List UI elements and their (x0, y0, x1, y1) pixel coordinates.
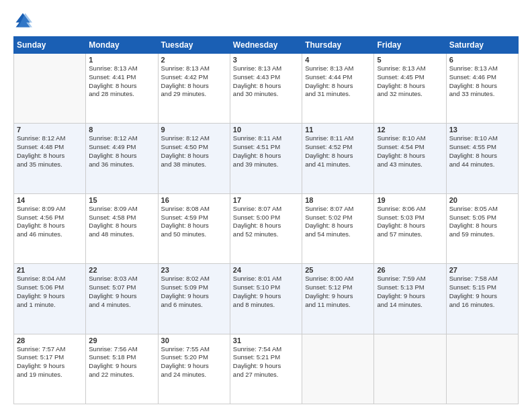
daylight-label: Daylight: 9 hours (161, 362, 227, 371)
sunset-line: Sunset: 4:48 PM (17, 143, 83, 152)
calendar-cell: 16Sunrise: 8:08 AMSunset: 4:59 PMDayligh… (158, 193, 230, 263)
sunset-line: Sunset: 5:06 PM (17, 283, 83, 292)
calendar-cell: 13Sunrise: 8:10 AMSunset: 4:55 PMDayligh… (446, 124, 518, 193)
daylight-line2: and 39 minutes. (233, 161, 299, 169)
calendar-cell: 18Sunrise: 8:07 AMSunset: 5:02 PMDayligh… (302, 193, 374, 263)
daylight-label: Daylight: 9 hours (17, 362, 83, 371)
daylight-label: Daylight: 8 hours (233, 82, 299, 91)
daylight-label: Daylight: 9 hours (377, 292, 443, 301)
sunset-line: Sunset: 5:00 PM (233, 214, 299, 222)
day-number: 3 (233, 56, 299, 64)
daylight-label: Daylight: 8 hours (89, 222, 154, 230)
daylight-line2: and 46 minutes. (17, 230, 83, 239)
day-number: 30 (161, 336, 227, 345)
daylight-label: Daylight: 8 hours (161, 222, 227, 230)
calendar-cell: 19Sunrise: 8:06 AMSunset: 5:03 PMDayligh… (374, 193, 446, 263)
daylight-label: Daylight: 8 hours (89, 152, 154, 161)
daylight-label: Daylight: 8 hours (449, 152, 515, 161)
calendar-cell: 14Sunrise: 8:09 AMSunset: 4:56 PMDayligh… (14, 193, 86, 263)
daylight-label: Daylight: 8 hours (17, 152, 83, 161)
sunset-line: Sunset: 4:43 PM (233, 73, 299, 82)
daylight-line2: and 33 minutes. (449, 90, 515, 99)
daylight-line2: and 8 minutes. (233, 301, 299, 310)
calendar-cell: 12Sunrise: 8:10 AMSunset: 4:54 PMDayligh… (374, 124, 446, 193)
daylight-line2: and 28 minutes. (89, 90, 154, 99)
daylight-line2: and 16 minutes. (449, 301, 515, 310)
sunrise-line: Sunrise: 8:13 AM (161, 64, 227, 73)
page: SundayMondayTuesdayWednesdayThursdayFrid… (0, 0, 532, 411)
daylight-label: Daylight: 9 hours (89, 292, 154, 301)
day-number: 1 (89, 56, 154, 64)
calendar-cell: 4Sunrise: 8:13 AMSunset: 4:44 PMDaylight… (302, 54, 374, 124)
day-number: 19 (377, 196, 443, 204)
calendar-cell: 2Sunrise: 8:13 AMSunset: 4:42 PMDaylight… (158, 54, 230, 124)
sunrise-line: Sunrise: 8:01 AM (233, 275, 299, 283)
week-row-4: 21Sunrise: 8:04 AMSunset: 5:06 PMDayligh… (14, 264, 519, 334)
sunrise-line: Sunrise: 8:12 AM (89, 134, 154, 143)
sunrise-line: Sunrise: 8:07 AM (305, 205, 371, 214)
calendar-cell: 6Sunrise: 8:13 AMSunset: 4:46 PMDaylight… (446, 54, 518, 124)
calendar-cell: 24Sunrise: 8:01 AMSunset: 5:10 PMDayligh… (230, 264, 302, 334)
day-number: 10 (233, 126, 299, 134)
daylight-label: Daylight: 9 hours (17, 292, 83, 301)
weekday-header-thursday: Thursday (302, 37, 374, 54)
sunrise-line: Sunrise: 8:05 AM (449, 205, 515, 214)
sunrise-line: Sunrise: 8:00 AM (305, 275, 371, 283)
daylight-label: Daylight: 9 hours (449, 292, 515, 301)
weekday-header-saturday: Saturday (446, 37, 518, 54)
day-number: 11 (305, 126, 371, 134)
week-row-1: 1Sunrise: 8:13 AMSunset: 4:41 PMDaylight… (14, 54, 519, 124)
sunset-line: Sunset: 5:20 PM (161, 353, 227, 362)
weekday-header-wednesday: Wednesday (230, 37, 302, 54)
sunset-line: Sunset: 5:02 PM (305, 214, 371, 222)
daylight-label: Daylight: 8 hours (377, 82, 443, 91)
sunset-line: Sunset: 4:55 PM (449, 143, 515, 152)
sunrise-line: Sunrise: 8:09 AM (17, 205, 83, 214)
daylight-line2: and 27 minutes. (233, 371, 299, 379)
day-number: 16 (161, 196, 227, 204)
daylight-line2: and 29 minutes. (161, 90, 227, 99)
daylight-line2: and 1 minute. (17, 301, 83, 310)
sunrise-line: Sunrise: 8:11 AM (233, 134, 299, 143)
sunset-line: Sunset: 4:56 PM (17, 214, 83, 222)
daylight-label: Daylight: 9 hours (161, 292, 227, 301)
calendar-cell: 31Sunrise: 7:54 AMSunset: 5:21 PMDayligh… (230, 334, 302, 404)
calendar-cell: 27Sunrise: 7:58 AMSunset: 5:15 PMDayligh… (446, 264, 518, 334)
sunset-line: Sunset: 5:17 PM (17, 353, 83, 362)
day-number: 14 (17, 196, 83, 204)
daylight-label: Daylight: 8 hours (377, 152, 443, 161)
calendar-cell: 26Sunrise: 7:59 AMSunset: 5:13 PMDayligh… (374, 264, 446, 334)
day-number: 12 (377, 126, 443, 134)
day-number: 26 (377, 266, 443, 274)
calendar-cell: 22Sunrise: 8:03 AMSunset: 5:07 PMDayligh… (86, 264, 158, 334)
day-number: 23 (161, 266, 227, 274)
sunset-line: Sunset: 4:46 PM (449, 73, 515, 82)
day-number: 22 (89, 266, 154, 274)
day-number: 20 (449, 196, 515, 204)
day-number: 17 (233, 196, 299, 204)
sunrise-line: Sunrise: 7:58 AM (449, 275, 515, 283)
sunrise-line: Sunrise: 8:12 AM (17, 134, 83, 143)
daylight-line2: and 59 minutes. (449, 230, 515, 239)
sunrise-line: Sunrise: 7:59 AM (377, 275, 443, 283)
daylight-line2: and 44 minutes. (449, 161, 515, 169)
sunset-line: Sunset: 5:15 PM (449, 283, 515, 292)
calendar-cell (446, 334, 518, 404)
daylight-line2: and 54 minutes. (305, 230, 371, 239)
sunset-line: Sunset: 5:13 PM (377, 283, 443, 292)
calendar-cell: 25Sunrise: 8:00 AMSunset: 5:12 PMDayligh… (302, 264, 374, 334)
sunrise-line: Sunrise: 8:07 AM (233, 205, 299, 214)
day-number: 2 (161, 56, 227, 64)
daylight-line2: and 14 minutes. (377, 301, 443, 310)
daylight-line2: and 4 minutes. (89, 301, 154, 310)
daylight-label: Daylight: 8 hours (449, 222, 515, 230)
daylight-label: Daylight: 8 hours (233, 222, 299, 230)
sunset-line: Sunset: 4:58 PM (89, 214, 154, 222)
daylight-line2: and 19 minutes. (17, 371, 83, 379)
sunrise-line: Sunrise: 8:13 AM (305, 64, 371, 73)
calendar-cell: 1Sunrise: 8:13 AMSunset: 4:41 PMDaylight… (86, 54, 158, 124)
calendar-cell: 10Sunrise: 8:11 AMSunset: 4:51 PMDayligh… (230, 124, 302, 193)
daylight-line2: and 38 minutes. (161, 161, 227, 169)
sunrise-line: Sunrise: 8:13 AM (449, 64, 515, 73)
calendar-cell: 17Sunrise: 8:07 AMSunset: 5:00 PMDayligh… (230, 193, 302, 263)
